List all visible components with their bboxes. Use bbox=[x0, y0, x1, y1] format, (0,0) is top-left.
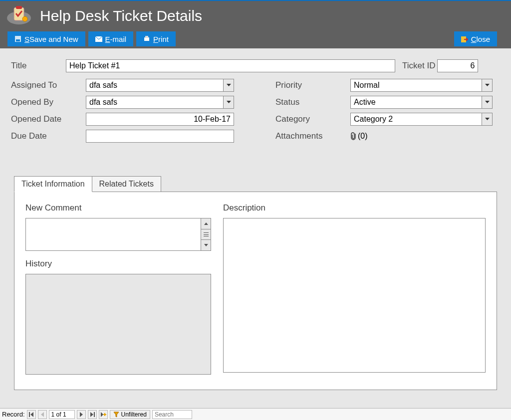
record-navigation-bar: Record: 1 of 1 Unfiltered bbox=[0, 408, 511, 420]
record-next-button[interactable] bbox=[77, 410, 86, 419]
new-record-icon bbox=[100, 412, 106, 417]
paperclip-icon bbox=[350, 132, 357, 141]
chevron-up-icon bbox=[204, 222, 208, 225]
comment-scroll-grip[interactable] bbox=[201, 229, 211, 240]
record-last-button[interactable] bbox=[88, 410, 97, 419]
attachments-value[interactable]: (0) bbox=[350, 132, 368, 141]
history-label: History bbox=[25, 259, 211, 269]
status-label: Status bbox=[275, 97, 350, 107]
new-comment-textarea[interactable] bbox=[26, 218, 201, 250]
record-label: Record: bbox=[2, 411, 25, 418]
svg-rect-5 bbox=[16, 39, 20, 41]
assigned-to-dropdown[interactable] bbox=[223, 79, 234, 92]
last-icon bbox=[90, 412, 95, 417]
attachments-label: Attachments bbox=[275, 131, 350, 141]
record-position[interactable]: 1 of 1 bbox=[49, 410, 75, 419]
description-box[interactable] bbox=[223, 218, 486, 373]
svg-rect-11 bbox=[94, 412, 95, 417]
app-icon bbox=[6, 6, 32, 26]
svg-rect-7 bbox=[144, 37, 149, 41]
header: Help Desk Ticket Details SSave and NewSa… bbox=[0, 1, 511, 48]
opened-date-label: Opened Date bbox=[11, 114, 86, 124]
record-prev-button[interactable] bbox=[38, 410, 47, 419]
svg-point-3 bbox=[22, 16, 27, 21]
prev-icon bbox=[40, 412, 44, 417]
record-search-input[interactable] bbox=[152, 410, 192, 419]
filter-icon bbox=[113, 412, 119, 418]
record-new-button[interactable] bbox=[99, 410, 108, 419]
svg-rect-2 bbox=[16, 6, 22, 9]
due-date-input[interactable] bbox=[86, 130, 234, 143]
opened-date-input[interactable] bbox=[86, 113, 234, 126]
opened-by-label: Opened By bbox=[11, 97, 86, 107]
print-button[interactable]: Print bbox=[136, 31, 176, 46]
tab-ticket-information[interactable]: Ticket Information bbox=[14, 176, 92, 192]
save-and-new-button[interactable]: SSave and NewSave and New bbox=[7, 31, 85, 46]
due-date-label: Due Date bbox=[11, 131, 86, 141]
category-label: Category bbox=[275, 114, 350, 124]
ticket-id-label: Ticket ID bbox=[402, 61, 435, 71]
category-dropdown[interactable] bbox=[482, 113, 493, 126]
chevron-down-icon bbox=[485, 118, 490, 121]
opened-by-dropdown[interactable] bbox=[223, 96, 234, 109]
new-comment-label: New Comment bbox=[25, 203, 211, 213]
status-dropdown[interactable] bbox=[482, 96, 493, 109]
priority-dropdown[interactable] bbox=[482, 79, 493, 92]
form-area: Title Ticket ID Assigned To Opened By bbox=[0, 48, 511, 395]
chevron-down-icon bbox=[227, 84, 231, 87]
priority-input[interactable] bbox=[350, 79, 482, 92]
tab-panel: New Comment bbox=[14, 192, 497, 390]
close-button[interactable]: Close bbox=[454, 31, 497, 46]
chevron-down-icon bbox=[227, 101, 231, 104]
assigned-to-input[interactable] bbox=[86, 79, 223, 92]
assigned-to-label: Assigned To bbox=[11, 80, 86, 90]
description-label: Description bbox=[223, 203, 486, 213]
category-input[interactable] bbox=[350, 113, 482, 126]
priority-label: Priority bbox=[275, 80, 350, 90]
first-icon bbox=[29, 412, 34, 417]
chevron-down-icon bbox=[204, 244, 208, 246]
grip-icon bbox=[204, 232, 209, 236]
title-input[interactable] bbox=[66, 59, 395, 72]
chevron-down-icon bbox=[485, 101, 490, 104]
comment-scroll-down[interactable] bbox=[201, 240, 211, 250]
record-first-button[interactable] bbox=[27, 410, 36, 419]
page-title: Help Desk Ticket Details bbox=[40, 7, 202, 24]
ticket-id-input[interactable] bbox=[437, 59, 478, 72]
comment-scroll-up[interactable] bbox=[201, 218, 211, 229]
tab-related-tickets[interactable]: Related Tickets bbox=[92, 176, 161, 192]
status-input[interactable] bbox=[350, 96, 482, 109]
opened-by-input[interactable] bbox=[86, 96, 223, 109]
filter-toggle[interactable]: Unfiltered bbox=[110, 410, 150, 419]
next-icon bbox=[79, 412, 83, 417]
history-box bbox=[25, 274, 211, 375]
title-label: Title bbox=[11, 61, 66, 71]
svg-rect-8 bbox=[145, 36, 148, 38]
email-button[interactable]: E-mail bbox=[88, 31, 134, 46]
svg-rect-10 bbox=[29, 412, 30, 417]
chevron-down-icon bbox=[485, 84, 490, 87]
